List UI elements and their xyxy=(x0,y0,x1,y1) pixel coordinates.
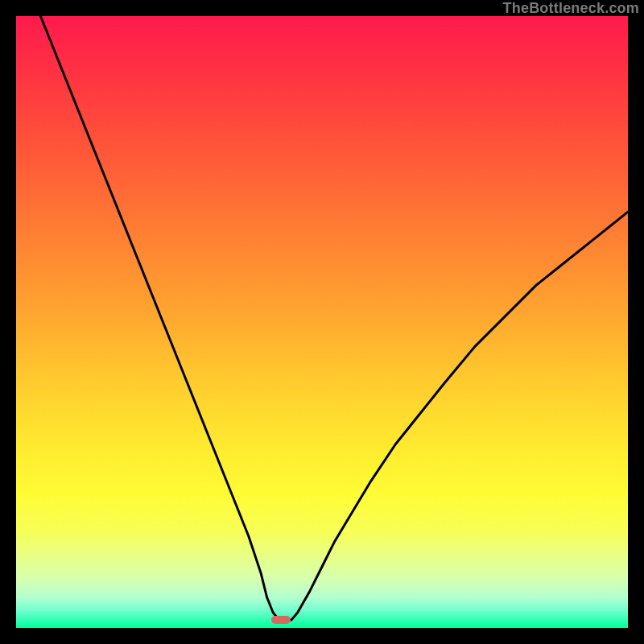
plot-area xyxy=(16,16,628,628)
optimum-marker xyxy=(271,616,291,624)
chart-frame: TheBottleneck.com xyxy=(0,0,644,644)
curve-svg xyxy=(16,16,628,628)
bottleneck-curve xyxy=(40,16,628,620)
watermark-text: TheBottleneck.com xyxy=(503,0,639,17)
